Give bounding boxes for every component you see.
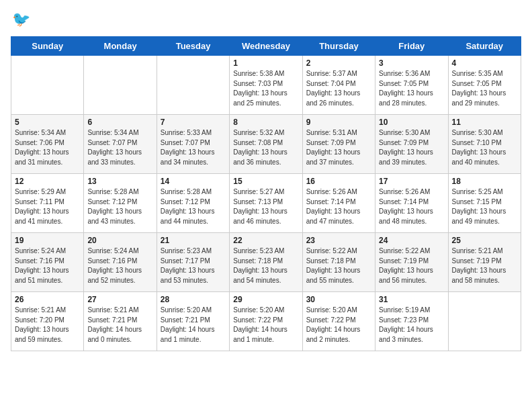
header-thursday: Thursday — [302, 37, 375, 56]
calendar-cell: 27Sunrise: 5:21 AM Sunset: 7:21 PM Dayli… — [84, 292, 157, 351]
calendar-cell: 31Sunrise: 5:19 AM Sunset: 7:23 PM Dayli… — [375, 292, 448, 351]
calendar-cell: 20Sunrise: 5:24 AM Sunset: 7:16 PM Dayli… — [84, 233, 157, 292]
header-row: SundayMondayTuesdayWednesdayThursdayFrid… — [11, 37, 521, 56]
day-info: Sunrise: 5:34 AM Sunset: 7:06 PM Dayligh… — [15, 128, 80, 167]
header-friday: Friday — [375, 37, 448, 56]
day-number: 19 — [15, 236, 80, 245]
day-number: 1 — [233, 58, 298, 68]
day-info: Sunrise: 5:32 AM Sunset: 7:08 PM Dayligh… — [233, 128, 298, 167]
day-number: 4 — [452, 58, 517, 68]
day-number: 18 — [452, 177, 517, 186]
day-number: 23 — [306, 236, 371, 245]
calendar-cell: 16Sunrise: 5:26 AM Sunset: 7:14 PM Dayli… — [302, 174, 375, 233]
calendar-cell: 6Sunrise: 5:34 AM Sunset: 7:07 PM Daylig… — [84, 115, 157, 174]
calendar-cell: 4Sunrise: 5:35 AM Sunset: 7:05 PM Daylig… — [448, 56, 521, 115]
calendar-cell — [11, 56, 84, 115]
day-info: Sunrise: 5:33 AM Sunset: 7:07 PM Dayligh… — [161, 128, 226, 167]
day-info: Sunrise: 5:25 AM Sunset: 7:15 PM Dayligh… — [452, 187, 517, 226]
day-number: 6 — [87, 118, 152, 127]
calendar-cell: 29Sunrise: 5:20 AM Sunset: 7:22 PM Dayli… — [230, 292, 302, 351]
day-number: 21 — [161, 236, 226, 245]
calendar-cell: 1Sunrise: 5:38 AM Sunset: 7:03 PM Daylig… — [230, 56, 302, 115]
day-info: Sunrise: 5:37 AM Sunset: 7:04 PM Dayligh… — [306, 69, 371, 108]
calendar-cell: 26Sunrise: 5:21 AM Sunset: 7:20 PM Dayli… — [11, 292, 84, 351]
day-number: 2 — [306, 58, 371, 68]
week-row-1: 1Sunrise: 5:38 AM Sunset: 7:03 PM Daylig… — [11, 56, 521, 115]
calendar-cell: 15Sunrise: 5:27 AM Sunset: 7:13 PM Dayli… — [230, 174, 302, 233]
day-info: Sunrise: 5:28 AM Sunset: 7:12 PM Dayligh… — [161, 187, 226, 226]
calendar-cell: 24Sunrise: 5:22 AM Sunset: 7:19 PM Dayli… — [375, 233, 448, 292]
day-info: Sunrise: 5:21 AM Sunset: 7:19 PM Dayligh… — [452, 246, 517, 285]
day-number: 15 — [233, 177, 298, 186]
day-info: Sunrise: 5:22 AM Sunset: 7:18 PM Dayligh… — [306, 246, 371, 285]
day-info: Sunrise: 5:35 AM Sunset: 7:05 PM Dayligh… — [452, 69, 517, 108]
day-info: Sunrise: 5:19 AM Sunset: 7:23 PM Dayligh… — [379, 306, 444, 345]
day-number: 30 — [306, 295, 371, 304]
day-info: Sunrise: 5:30 AM Sunset: 7:09 PM Dayligh… — [379, 128, 444, 167]
day-number: 13 — [87, 177, 152, 186]
day-number: 26 — [15, 295, 80, 304]
calendar-cell: 22Sunrise: 5:23 AM Sunset: 7:18 PM Dayli… — [230, 233, 302, 292]
calendar-cell: 9Sunrise: 5:31 AM Sunset: 7:09 PM Daylig… — [302, 115, 375, 174]
calendar-cell: 7Sunrise: 5:33 AM Sunset: 7:07 PM Daylig… — [157, 115, 229, 174]
logo: 🐦 — [11, 11, 30, 28]
calendar-cell — [448, 292, 521, 351]
day-info: Sunrise: 5:23 AM Sunset: 7:18 PM Dayligh… — [233, 246, 298, 285]
calendar-cell: 10Sunrise: 5:30 AM Sunset: 7:09 PM Dayli… — [375, 115, 448, 174]
day-info: Sunrise: 5:38 AM Sunset: 7:03 PM Dayligh… — [233, 69, 298, 108]
day-info: Sunrise: 5:22 AM Sunset: 7:19 PM Dayligh… — [379, 246, 444, 285]
day-number: 11 — [452, 118, 517, 127]
calendar-cell: 11Sunrise: 5:30 AM Sunset: 7:10 PM Dayli… — [448, 115, 521, 174]
logo-bird-icon: 🐦 — [12, 11, 30, 28]
week-row-5: 26Sunrise: 5:21 AM Sunset: 7:20 PM Dayli… — [11, 292, 521, 351]
calendar-cell: 8Sunrise: 5:32 AM Sunset: 7:08 PM Daylig… — [230, 115, 302, 174]
header-sunday: Sunday — [11, 37, 84, 56]
day-info: Sunrise: 5:34 AM Sunset: 7:07 PM Dayligh… — [87, 128, 152, 167]
calendar-cell: 30Sunrise: 5:20 AM Sunset: 7:22 PM Dayli… — [302, 292, 375, 351]
calendar-cell: 21Sunrise: 5:23 AM Sunset: 7:17 PM Dayli… — [157, 233, 229, 292]
calendar-cell: 23Sunrise: 5:22 AM Sunset: 7:18 PM Dayli… — [302, 233, 375, 292]
day-info: Sunrise: 5:26 AM Sunset: 7:14 PM Dayligh… — [306, 187, 371, 226]
day-number: 8 — [233, 118, 298, 127]
day-info: Sunrise: 5:26 AM Sunset: 7:14 PM Dayligh… — [379, 187, 444, 226]
week-row-3: 12Sunrise: 5:29 AM Sunset: 7:11 PM Dayli… — [11, 174, 521, 233]
day-number: 12 — [15, 177, 80, 186]
day-number: 25 — [452, 236, 517, 245]
calendar-cell: 13Sunrise: 5:28 AM Sunset: 7:12 PM Dayli… — [84, 174, 157, 233]
calendar-cell: 3Sunrise: 5:36 AM Sunset: 7:05 PM Daylig… — [375, 56, 448, 115]
day-info: Sunrise: 5:31 AM Sunset: 7:09 PM Dayligh… — [306, 128, 371, 167]
calendar-cell: 5Sunrise: 5:34 AM Sunset: 7:06 PM Daylig… — [11, 115, 84, 174]
calendar-cell: 28Sunrise: 5:20 AM Sunset: 7:21 PM Dayli… — [157, 292, 229, 351]
day-info: Sunrise: 5:20 AM Sunset: 7:22 PM Dayligh… — [306, 306, 371, 345]
day-number: 22 — [233, 236, 298, 245]
calendar-cell: 14Sunrise: 5:28 AM Sunset: 7:12 PM Dayli… — [157, 174, 229, 233]
day-number: 24 — [379, 236, 444, 245]
day-info: Sunrise: 5:36 AM Sunset: 7:05 PM Dayligh… — [379, 69, 444, 108]
day-number: 10 — [379, 118, 444, 127]
day-number: 5 — [15, 118, 80, 127]
day-number: 9 — [306, 118, 371, 127]
calendar-cell — [157, 56, 229, 115]
header-monday: Monday — [84, 37, 157, 56]
day-info: Sunrise: 5:20 AM Sunset: 7:22 PM Dayligh… — [233, 306, 298, 345]
day-number: 29 — [233, 295, 298, 304]
day-number: 27 — [87, 295, 152, 304]
day-info: Sunrise: 5:21 AM Sunset: 7:20 PM Dayligh… — [15, 306, 80, 345]
day-info: Sunrise: 5:20 AM Sunset: 7:21 PM Dayligh… — [161, 306, 226, 345]
day-info: Sunrise: 5:24 AM Sunset: 7:16 PM Dayligh… — [87, 246, 152, 285]
calendar-cell: 2Sunrise: 5:37 AM Sunset: 7:04 PM Daylig… — [302, 56, 375, 115]
day-number: 14 — [161, 177, 226, 186]
calendar-table: SundayMondayTuesdayWednesdayThursdayFrid… — [11, 36, 521, 351]
calendar-cell: 19Sunrise: 5:24 AM Sunset: 7:16 PM Dayli… — [11, 233, 84, 292]
calendar-cell: 17Sunrise: 5:26 AM Sunset: 7:14 PM Dayli… — [375, 174, 448, 233]
day-info: Sunrise: 5:23 AM Sunset: 7:17 PM Dayligh… — [161, 246, 226, 285]
day-info: Sunrise: 5:24 AM Sunset: 7:16 PM Dayligh… — [15, 246, 80, 285]
calendar-cell: 25Sunrise: 5:21 AM Sunset: 7:19 PM Dayli… — [448, 233, 521, 292]
day-info: Sunrise: 5:29 AM Sunset: 7:11 PM Dayligh… — [15, 187, 80, 226]
header-tuesday: Tuesday — [157, 37, 229, 56]
header-wednesday: Wednesday — [230, 37, 302, 56]
day-number: 3 — [379, 58, 444, 68]
day-number: 20 — [87, 236, 152, 245]
day-info: Sunrise: 5:27 AM Sunset: 7:13 PM Dayligh… — [233, 187, 298, 226]
page-header: 🐦 — [11, 11, 521, 28]
